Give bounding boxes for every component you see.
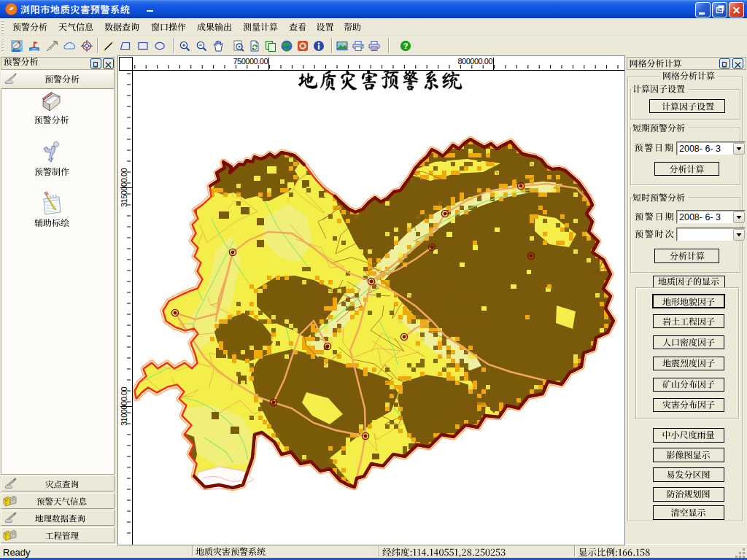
svg-text:3150000.00: 3150000.00 [120, 168, 128, 207]
svg-text:800000.00: 800000.00 [458, 57, 493, 66]
svg-text:750000.00: 750000.00 [233, 57, 268, 66]
svg-text:3100000.00: 3100000.00 [120, 387, 128, 426]
